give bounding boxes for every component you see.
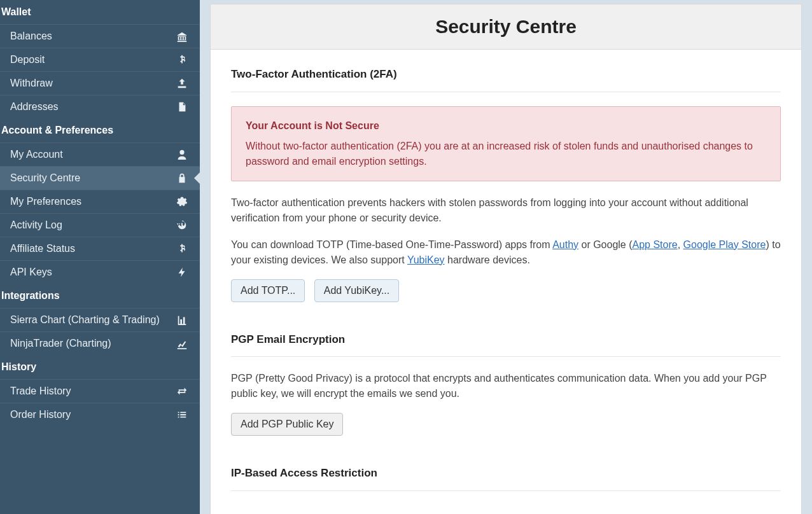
sidebar-item-api-keys[interactable]: API Keys	[0, 260, 200, 284]
alert-not-secure: Your Account is Not Secure Without two-f…	[231, 106, 781, 181]
link-yubikey[interactable]: YubiKey	[407, 254, 445, 265]
panel-header: Security Centre	[211, 4, 801, 50]
sidebar-group-integrations: Integrations	[0, 284, 200, 308]
alert-body: Without two-factor authentication (2FA) …	[246, 139, 766, 169]
sidebar-item-label: Order History	[10, 409, 71, 420]
sidebar-group-history: History	[0, 355, 200, 379]
sidebar-item-security-centre[interactable]: Security Centre	[0, 166, 200, 190]
panel: Security Centre Two-Factor Authenticatio…	[210, 4, 802, 514]
sidebar-item-order-history[interactable]: Order History	[0, 403, 200, 426]
sidebar-item-ninjatrader[interactable]: NinjaTrader (Charting)	[0, 331, 200, 355]
sidebar-item-my-account[interactable]: My Account	[0, 142, 200, 166]
divider	[231, 92, 781, 92]
sidebar-item-sierra-chart[interactable]: Sierra Chart (Charting & Trading)	[0, 308, 200, 331]
link-appstore[interactable]: App Store	[633, 239, 678, 250]
section-heading-2fa: Two-Factor Authentication (2FA)	[231, 66, 781, 83]
line-chart-icon	[176, 337, 188, 350]
sidebar-item-label: Addresses	[10, 101, 59, 113]
user-icon	[176, 148, 188, 161]
bank-icon	[176, 30, 188, 43]
sidebar-item-label: Trade History	[10, 386, 71, 397]
lock-icon	[176, 172, 188, 184]
history-icon	[176, 219, 188, 232]
section-heading-ip: IP-Based Access Restriction	[231, 465, 781, 482]
link-google-play-store[interactable]: Google Play Store	[683, 239, 766, 250]
sidebar-group-account: Account & Preferences	[0, 118, 200, 142]
sidebar-item-label: My Account	[10, 149, 63, 160]
sidebar-item-label: Withdraw	[10, 78, 53, 89]
add-totp-button[interactable]: Add TOTP...	[231, 279, 305, 302]
bitcoin-icon	[176, 53, 188, 66]
sidebar-item-label: Balances	[10, 31, 52, 42]
sidebar-item-label: Activity Log	[10, 219, 62, 231]
twofa-body-2: You can download TOTP (Time-based One-Ti…	[231, 237, 781, 268]
sidebar-item-label: API Keys	[10, 267, 52, 278]
sidebar-item-my-preferences[interactable]: My Preferences	[0, 190, 200, 213]
exchange-icon	[176, 385, 188, 398]
twofa-body-1: Two-factor authentication prevents hacke…	[231, 195, 781, 226]
upload-icon	[176, 77, 188, 90]
bar-chart-icon	[176, 314, 188, 326]
section-heading-pgp: PGP Email Encryption	[231, 331, 781, 348]
pgp-body: PGP (Pretty Good Privacy) is a protocol …	[231, 371, 781, 401]
main-content: Security Centre Two-Factor Authenticatio…	[200, 0, 812, 514]
sidebar-item-label: Affiliate Status	[10, 243, 75, 254]
sidebar-item-label: My Preferences	[10, 196, 81, 207]
sidebar-item-label: Deposit	[10, 54, 45, 66]
bolt-icon	[176, 266, 188, 279]
sidebar-item-withdraw[interactable]: Withdraw	[0, 71, 200, 95]
list-icon	[176, 408, 188, 421]
sidebar-group-wallet: Wallet	[0, 0, 200, 24]
sidebar: Wallet Balances Deposit Withdraw Address…	[0, 0, 200, 514]
add-pgp-public-key-button[interactable]: Add PGP Public Key	[231, 413, 343, 436]
panel-body: Two-Factor Authentication (2FA) Your Acc…	[211, 50, 801, 514]
sidebar-item-label: Sierra Chart (Charting & Trading)	[10, 314, 160, 326]
sidebar-item-trade-history[interactable]: Trade History	[0, 379, 200, 403]
divider	[231, 490, 781, 491]
add-yubikey-button[interactable]: Add YubiKey...	[314, 279, 399, 302]
divider	[231, 356, 781, 357]
gear-icon	[176, 195, 188, 208]
sidebar-item-addresses[interactable]: Addresses	[0, 95, 200, 118]
page-title: Security Centre	[217, 16, 795, 38]
document-icon	[176, 101, 188, 113]
sidebar-item-affiliate-status[interactable]: Affiliate Status	[0, 237, 200, 260]
sidebar-item-label: Security Centre	[10, 172, 80, 184]
link-authy[interactable]: Authy	[552, 239, 578, 250]
alert-title: Your Account is Not Secure	[246, 118, 766, 134]
sidebar-item-activity-log[interactable]: Activity Log	[0, 213, 200, 237]
sidebar-item-deposit[interactable]: Deposit	[0, 48, 200, 71]
bitcoin-icon	[176, 242, 188, 255]
sidebar-item-balances[interactable]: Balances	[0, 24, 200, 48]
sidebar-item-label: NinjaTrader (Charting)	[10, 338, 111, 349]
